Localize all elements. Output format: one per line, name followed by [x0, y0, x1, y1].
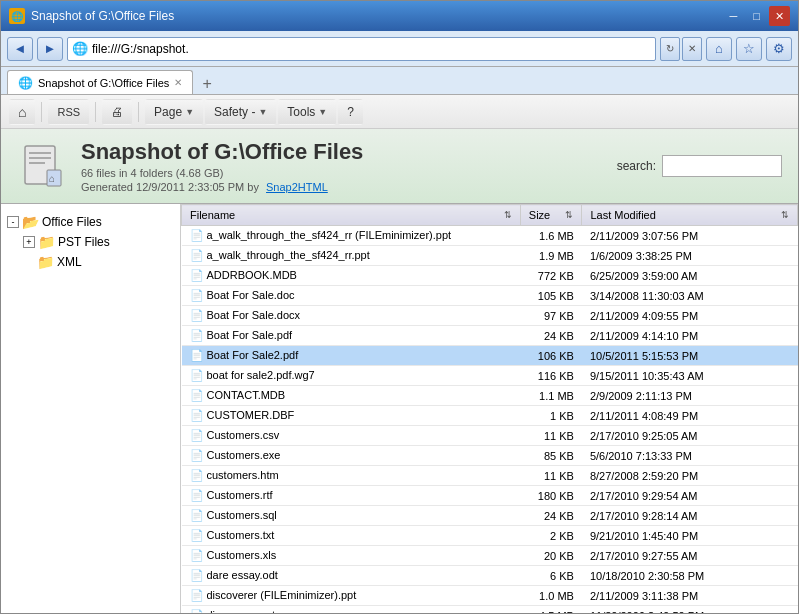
file-name-cell[interactable]: 📄Customers.csv [182, 426, 521, 446]
file-icon: 📄 [190, 269, 204, 282]
search-input[interactable] [662, 155, 782, 177]
snap2html-link[interactable]: Snap2HTML [266, 181, 328, 193]
safety-menu-button[interactable]: Safety - ▼ [205, 99, 276, 125]
file-size-cell: 24 KB [520, 326, 582, 346]
forward-button[interactable]: ► [37, 37, 63, 61]
file-name-cell[interactable]: 📄Customers.rtf [182, 486, 521, 506]
address-input[interactable] [92, 42, 651, 56]
close-button[interactable]: ✕ [769, 6, 790, 26]
new-tab-button[interactable]: + [197, 74, 217, 94]
pst-expand-toggle[interactable]: + [23, 236, 35, 248]
print-button[interactable]: 🖨 [102, 99, 132, 125]
file-modified-cell: 2/9/2009 2:11:13 PM [582, 386, 798, 406]
table-row[interactable]: 📄Customers.txt2 KB9/21/2010 1:45:40 PM [182, 526, 798, 546]
file-name-cell[interactable]: 📄Customers.sql [182, 506, 521, 526]
tree-item-xml[interactable]: 📁 XML [21, 252, 176, 272]
page-label: Page [154, 105, 182, 119]
stop-button[interactable]: ✕ [682, 37, 702, 61]
file-name-cell[interactable]: 📄Customers.xls [182, 546, 521, 566]
rss-button[interactable]: RSS [48, 99, 89, 125]
table-row[interactable]: 📄a_walk_through_the_sf424_rr.ppt1.9 MB1/… [182, 246, 798, 266]
pst-label[interactable]: PST Files [58, 235, 110, 249]
file-icon: 📄 [190, 309, 204, 322]
tools-dropdown-icon: ▼ [318, 107, 327, 117]
file-name-cell[interactable]: 📄CUSTOMER.DBF [182, 406, 521, 426]
file-modified-cell: 2/11/2009 3:11:38 PM [582, 586, 798, 606]
tree-root-label[interactable]: Office Files [42, 215, 102, 229]
col-header-size[interactable]: Size ⇅ [520, 205, 582, 226]
table-row[interactable]: 📄Boat For Sale.pdf24 KB2/11/2009 4:14:10… [182, 326, 798, 346]
file-name-cell[interactable]: 📄Customers.exe [182, 446, 521, 466]
table-row[interactable]: 📄Boat For Sale.docx97 KB2/11/2009 4:09:5… [182, 306, 798, 326]
file-modified-cell: 5/6/2010 7:13:33 PM [582, 446, 798, 466]
table-row[interactable]: 📄Customers.csv11 KB2/17/2010 9:25:05 AM [182, 426, 798, 446]
file-name-cell[interactable]: 📄Customers.txt [182, 526, 521, 546]
file-name-cell[interactable]: 📄Boat For Sale2.pdf [182, 346, 521, 366]
file-size-cell: 2 KB [520, 526, 582, 546]
tree-collapse-toggle[interactable]: - [7, 216, 19, 228]
file-name-cell[interactable]: 📄Boat For Sale.docx [182, 306, 521, 326]
table-row[interactable]: 📄dare essay.odt6 KB10/18/2010 2:30:58 PM [182, 566, 798, 586]
file-name-cell[interactable]: 📄dare essay.odt [182, 566, 521, 586]
tab-label: Snapshot of G:\Office Files [38, 77, 169, 89]
col-header-filename[interactable]: Filename ⇅ [182, 205, 521, 226]
file-size-cell: 4.5 MB [520, 606, 582, 614]
table-row[interactable]: 📄discoverer (FILEminimizer).ppt1.0 MB2/1… [182, 586, 798, 606]
file-name-text: Boat For Sale.docx [207, 309, 301, 321]
tab-close-button[interactable]: ✕ [174, 77, 182, 88]
file-name-cell[interactable]: 📄customers.htm [182, 466, 521, 486]
file-name-cell[interactable]: 📄boat for sale2.pdf.wg7 [182, 366, 521, 386]
generated-line: Generated 12/9/2011 2:33:05 PM by Snap2H… [81, 181, 363, 193]
file-icon: 📄 [190, 509, 204, 522]
favorites-button[interactable]: ☆ [736, 37, 762, 61]
file-name-cell[interactable]: 📄Boat For Sale.pdf [182, 326, 521, 346]
file-name-cell[interactable]: 📄a_walk_through_the_sf424_rr.ppt [182, 246, 521, 266]
file-name-cell[interactable]: 📄CONTACT.MDB [182, 386, 521, 406]
tree-item-pst[interactable]: + 📁 PST Files [21, 232, 176, 252]
xml-label[interactable]: XML [57, 255, 82, 269]
table-row[interactable]: 📄CONTACT.MDB1.1 MB2/9/2009 2:11:13 PM [182, 386, 798, 406]
separator-3 [138, 102, 139, 122]
refresh-button[interactable]: ↻ [660, 37, 680, 61]
minimize-button[interactable]: ─ [723, 6, 744, 26]
col-header-modified[interactable]: Last Modified ⇅ [582, 205, 798, 226]
table-row[interactable]: 📄Customers.exe85 KB5/6/2010 7:13:33 PM [182, 446, 798, 466]
tab-icon: 🌐 [18, 76, 33, 90]
table-row[interactable]: 📄Customers.xls20 KB2/17/2010 9:27:55 AM [182, 546, 798, 566]
header-icon: ⌂ [17, 140, 69, 192]
file-name-text: CONTACT.MDB [207, 389, 286, 401]
file-name-cell[interactable]: 📄a_walk_through_the_sf424_rr (FILEminimi… [182, 226, 521, 246]
table-row[interactable]: 📄a_walk_through_the_sf424_rr (FILEminimi… [182, 226, 798, 246]
file-name-cell[interactable]: 📄discoverer (FILEminimizer).ppt [182, 586, 521, 606]
file-icon: 📄 [190, 369, 204, 382]
home-toolbar-button[interactable]: ⌂ [9, 99, 35, 125]
table-row[interactable]: 📄CUSTOMER.DBF1 KB2/11/2011 4:08:49 PM [182, 406, 798, 426]
file-name-text: Boat For Sale2.pdf [207, 349, 299, 361]
table-row[interactable]: 📄Boat For Sale2.pdf106 KB10/5/2011 5:15:… [182, 346, 798, 366]
active-tab[interactable]: 🌐 Snapshot of G:\Office Files ✕ [7, 70, 193, 94]
page-header: ⌂ Snapshot of G:\Office Files 66 files i… [1, 129, 798, 204]
table-row[interactable]: 📄boat for sale2.pdf.wg7116 KB9/15/2011 1… [182, 366, 798, 386]
table-row[interactable]: 📄Boat For Sale.doc105 KB3/14/2008 11:30:… [182, 286, 798, 306]
tab-bar: 🌐 Snapshot of G:\Office Files ✕ + [1, 67, 798, 95]
help-button[interactable]: ? [338, 99, 363, 125]
home-button[interactable]: ⌂ [706, 37, 732, 61]
table-row[interactable]: 📄Customers.rtf180 KB2/17/2010 9:29:54 AM [182, 486, 798, 506]
settings-button[interactable]: ⚙ [766, 37, 792, 61]
maximize-button[interactable]: □ [746, 6, 767, 26]
table-row[interactable]: 📄discoverer.ppt4.5 MB11/30/2006 3:49:50 … [182, 606, 798, 614]
file-icon: 📄 [190, 249, 204, 262]
tree-root-item[interactable]: - 📂 Office Files [5, 212, 176, 232]
table-row[interactable]: 📄customers.htm11 KB8/27/2008 2:59:20 PM [182, 466, 798, 486]
modified-sort-icon: ⇅ [781, 210, 789, 220]
back-button[interactable]: ◄ [7, 37, 33, 61]
file-name-cell[interactable]: 📄Boat For Sale.doc [182, 286, 521, 306]
page-menu-button[interactable]: Page ▼ [145, 99, 203, 125]
file-size-cell: 116 KB [520, 366, 582, 386]
file-name-cell[interactable]: 📄ADDRBOOK.MDB [182, 266, 521, 286]
table-row[interactable]: 📄ADDRBOOK.MDB772 KB6/25/2009 3:59:00 AM [182, 266, 798, 286]
tools-menu-button[interactable]: Tools ▼ [278, 99, 336, 125]
file-name-cell[interactable]: 📄discoverer.ppt [182, 606, 521, 614]
table-row[interactable]: 📄Customers.sql24 KB2/17/2010 9:28:14 AM [182, 506, 798, 526]
safety-label: Safety - [214, 105, 255, 119]
